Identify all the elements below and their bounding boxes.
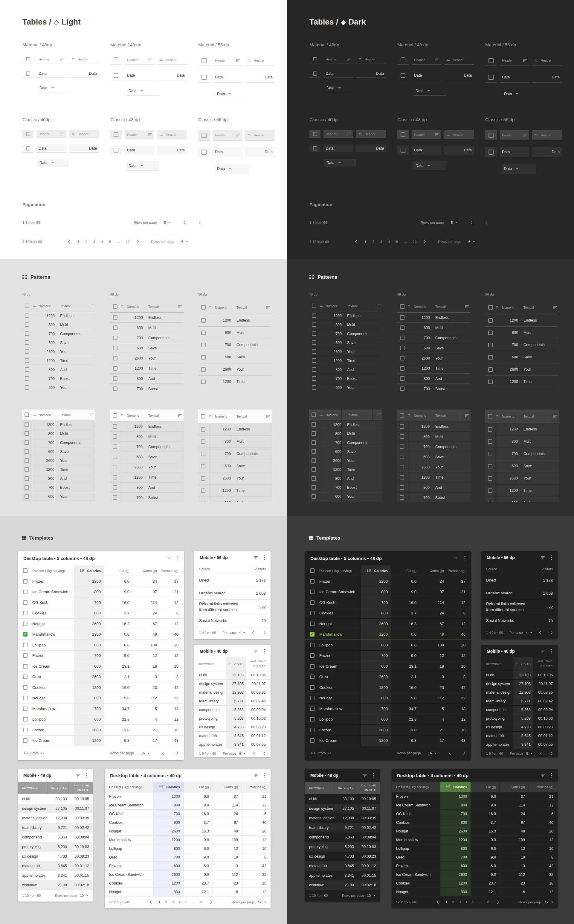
rows-per-page-select[interactable]: 12 <box>258 900 266 904</box>
checkbox[interactable] <box>23 685 27 690</box>
checkbox-cell[interactable] <box>110 374 120 384</box>
table-row[interactable]: Nougat 2600 16.3 49 20 <box>105 827 271 836</box>
checkbox-cell[interactable] <box>397 452 407 462</box>
header-cell-sortable[interactable]: Header <box>157 130 187 139</box>
checkbox-cell[interactable] <box>22 338 32 347</box>
checkbox-cell[interactable] <box>198 314 208 326</box>
table-row[interactable]: 800 And <box>397 374 471 384</box>
checkbox-cell[interactable] <box>309 338 319 347</box>
checkbox-cell[interactable] <box>198 472 208 484</box>
table-row[interactable]: 800 And <box>22 365 95 374</box>
checkbox[interactable] <box>488 367 493 372</box>
table-row[interactable]: Nougat 2600 16.3 67 12 <box>18 619 184 629</box>
checkbox[interactable] <box>26 132 30 136</box>
data-cell[interactable]: Data <box>245 72 275 82</box>
table-row[interactable]: 1200 Endless <box>397 422 471 432</box>
checkbox-cell[interactable] <box>18 682 32 693</box>
checkbox-cell[interactable] <box>110 363 120 373</box>
table-row[interactable]: Frozen 1200 6.0 37 21 <box>392 792 558 801</box>
column-header[interactable]: AVG. TIMEON SITE <box>246 657 271 671</box>
checkbox-cell[interactable] <box>22 347 32 356</box>
data-cell[interactable]: Data <box>157 71 187 80</box>
table-row[interactable]: ux design 4,733 00:08:23 <box>481 723 558 732</box>
checkbox-cell[interactable] <box>198 363 208 375</box>
table-row[interactable]: material design 12,908 00:03:35 <box>194 688 271 697</box>
checkbox-cell[interactable] <box>397 432 407 442</box>
table-row[interactable]: Ice Cream 1200 6.8 17 43 <box>18 736 184 746</box>
checkbox-cell[interactable] <box>198 376 208 388</box>
checkbox[interactable] <box>400 304 404 309</box>
column-header-textual[interactable]: Textual <box>342 301 373 311</box>
checkbox[interactable] <box>310 600 314 605</box>
header-cell-sortable[interactable]: Header <box>125 130 155 139</box>
checkbox[interactable] <box>23 738 27 743</box>
table-row[interactable]: 800 And <box>309 474 382 483</box>
table-row[interactable]: 800 Multi <box>110 323 184 333</box>
sort-control[interactable] <box>461 301 471 312</box>
table-row[interactable]: 1200 Endless <box>198 314 272 327</box>
checkbox[interactable] <box>25 458 29 463</box>
checkbox-cell[interactable] <box>397 422 407 431</box>
checkbox[interactable] <box>201 427 205 432</box>
table-row[interactable]: 700 Boost <box>110 493 184 502</box>
checkbox-cell[interactable] <box>110 130 122 139</box>
table-row[interactable]: 1200 Endless <box>485 423 559 436</box>
table-row[interactable]: 800 And <box>198 497 272 502</box>
table-row[interactable]: app templates 3,341 00:01:15 <box>18 871 93 880</box>
chevron-right-icon[interactable] <box>497 900 499 904</box>
checkbox-cell[interactable] <box>22 438 32 447</box>
checkbox[interactable] <box>25 376 29 381</box>
table-row[interactable]: Oreo 2600 2.1 3 8 <box>18 672 184 682</box>
page-number[interactable]: 12 <box>126 240 130 243</box>
checkbox-cell[interactable] <box>110 313 120 322</box>
table-row[interactable]: 600 Save <box>397 343 471 353</box>
checkbox[interactable] <box>312 367 316 372</box>
header-cell-sortable[interactable]: Header <box>412 55 442 65</box>
table-row[interactable]: components 5,363 00:09:04 <box>194 706 271 714</box>
table-row[interactable]: Nougat 800 12.1 6 12 <box>392 888 558 897</box>
checkbox-cell[interactable] <box>309 409 319 420</box>
table-row[interactable]: 1200 Time <box>110 472 184 482</box>
kebab-menu-icon[interactable] <box>551 555 552 560</box>
checkbox-cell[interactable] <box>18 704 32 714</box>
checkbox[interactable] <box>488 330 493 335</box>
table-row[interactable]: 700 Boost <box>309 374 382 383</box>
page-number[interactable]: 20 <box>200 900 203 904</box>
page-number[interactable]: 1 <box>364 240 366 243</box>
column-header-sorted[interactable]: Calories <box>361 565 391 576</box>
checkbox-cell[interactable] <box>22 474 32 483</box>
column-header-textual[interactable]: Textual <box>518 301 549 314</box>
table-row[interactable]: Frozen 1200 6.0 24 37 <box>305 576 471 587</box>
header-cell-sortable[interactable]: Header <box>532 55 562 66</box>
table-row[interactable]: 2600 Your <box>309 347 382 356</box>
table-row[interactable]: 2600 Your <box>309 456 382 465</box>
table-row[interactable]: Organic search 1 008 <box>481 587 558 600</box>
checkbox-cell[interactable] <box>198 55 210 66</box>
table-row[interactable]: 700 Boost <box>309 483 382 492</box>
checkbox-cell[interactable] <box>485 388 495 391</box>
table-row[interactable]: 2600 Your <box>198 472 272 485</box>
page-number[interactable]: 2 <box>372 240 374 243</box>
checkbox[interactable] <box>25 494 29 499</box>
checkbox[interactable] <box>488 318 493 323</box>
data-cell[interactable]: Data <box>356 70 386 78</box>
table-row[interactable]: OG Kush 700 16.0 24 6 <box>392 810 558 818</box>
checkbox[interactable] <box>23 589 27 594</box>
table-row[interactable]: ui kit 33,103 00:10:05 <box>305 794 380 804</box>
table-row[interactable]: 1200 Time <box>485 485 559 497</box>
checkbox-cell[interactable] <box>485 448 495 460</box>
checkbox[interactable] <box>113 387 117 391</box>
checkbox[interactable] <box>23 717 27 722</box>
table-row[interactable]: ux design 4,733 00:08:23 <box>18 851 93 861</box>
header-cell-sortable[interactable]: Header <box>36 130 66 138</box>
data-cell[interactable]: Data <box>412 146 442 155</box>
sort-control[interactable] <box>262 301 272 314</box>
checkbox-cell[interactable] <box>305 587 319 597</box>
checkbox[interactable] <box>201 439 205 444</box>
checkbox[interactable] <box>113 325 117 330</box>
table-row[interactable]: Cookies 600 3.7 24 6 <box>305 608 471 619</box>
table-row[interactable]: 1200 Endless <box>22 311 95 321</box>
checkbox[interactable] <box>400 455 404 459</box>
table-row[interactable]: 2600 Your <box>485 472 559 485</box>
column-header[interactable]: KEYWORD <box>481 657 513 671</box>
